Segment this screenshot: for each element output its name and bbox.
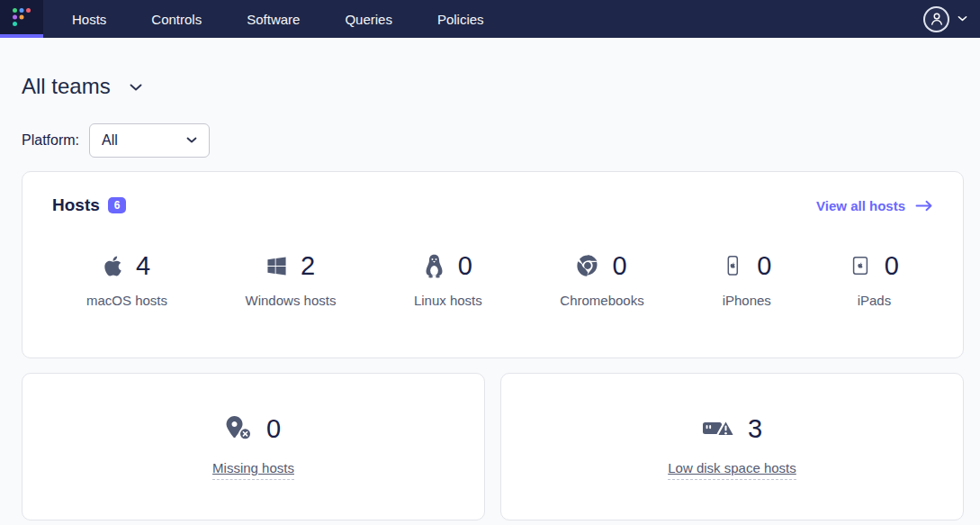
platform-select[interactable]: All <box>89 123 210 158</box>
user-menu[interactable] <box>923 0 980 38</box>
nav-item-policies[interactable]: Policies <box>437 12 484 27</box>
page-title: All teams <box>22 74 111 99</box>
chromebooks-label: Chromebooks <box>560 293 643 308</box>
platform-select-value: All <box>102 132 118 149</box>
view-all-hosts-label: View all hosts <box>816 198 905 213</box>
team-chevron-down-icon[interactable] <box>130 81 142 92</box>
platform-filter-label: Platform: <box>22 132 79 149</box>
iphone-icon <box>722 255 743 276</box>
team-selector[interactable]: All teams <box>22 74 964 99</box>
platform-item-macos: 4 macOS hosts <box>86 251 167 308</box>
linux-label: Linux hosts <box>414 293 482 308</box>
windows-label: Windows hosts <box>246 293 337 308</box>
macos-count: 4 <box>136 253 150 279</box>
platform-counts: 4 macOS hosts 2 Windows hosts <box>52 251 933 308</box>
low-disk-label[interactable]: Low disk space hosts <box>668 460 796 480</box>
windows-icon <box>266 256 287 276</box>
ipad-icon <box>850 255 871 276</box>
linux-icon <box>424 254 445 278</box>
iphones-count: 0 <box>757 253 771 279</box>
windows-count: 2 <box>301 253 315 279</box>
ipads-count: 0 <box>885 253 899 279</box>
low-disk-count: 3 <box>748 416 762 442</box>
low-disk-icon <box>702 417 735 440</box>
platform-item-chromebooks: 0 Chromebooks <box>560 251 643 308</box>
nav-item-controls[interactable]: Controls <box>151 12 202 27</box>
platform-item-ipads: 0 iPads <box>850 251 899 308</box>
avatar <box>923 6 949 32</box>
platform-item-windows: 2 Windows hosts <box>246 251 337 308</box>
missing-host-icon <box>226 416 254 441</box>
hosts-card-title: Hosts <box>52 195 100 215</box>
low-disk-space-card[interactable]: 3 Low disk space hosts <box>500 373 964 520</box>
select-chevron-down-icon <box>186 137 197 144</box>
fleet-logo[interactable] <box>0 0 43 38</box>
nav-item-software[interactable]: Software <box>247 12 300 27</box>
fleet-logo-icon <box>11 6 32 28</box>
user-icon <box>929 11 945 27</box>
apple-icon <box>103 255 122 277</box>
ipads-label: iPads <box>858 293 892 308</box>
macos-label: macOS hosts <box>86 293 167 308</box>
view-all-hosts-link[interactable]: View all hosts <box>816 198 933 213</box>
arrow-right-icon <box>915 200 933 212</box>
platform-item-linux: 0 Linux hosts <box>414 251 482 308</box>
linux-count: 0 <box>458 253 472 279</box>
dashboard-page: All teams Platform: All Hosts 6 View all… <box>0 74 980 520</box>
chrome-icon <box>577 255 598 276</box>
hosts-count-badge: 6 <box>108 197 127 213</box>
top-navbar: Hosts Controls Software Queries Policies <box>0 0 980 38</box>
nav-item-queries[interactable]: Queries <box>345 12 392 27</box>
main-nav: Hosts Controls Software Queries Policies <box>72 0 484 38</box>
platform-filter: Platform: All <box>22 123 964 158</box>
missing-hosts-card[interactable]: 0 Missing hosts <box>22 373 485 520</box>
metric-cards-row: 0 Missing hosts 3 Low disk space hosts <box>22 373 964 520</box>
hosts-summary-card: Hosts 6 View all hosts 4 macOS hosts <box>22 171 964 358</box>
nav-item-hosts[interactable]: Hosts <box>72 12 106 27</box>
iphones-label: iPhones <box>723 293 771 308</box>
missing-hosts-count: 0 <box>266 416 281 442</box>
chevron-down-icon <box>958 15 967 23</box>
platform-item-iphones: 0 iPhones <box>722 251 771 308</box>
missing-hosts-label[interactable]: Missing hosts <box>212 460 294 480</box>
chromebooks-count: 0 <box>612 253 626 279</box>
